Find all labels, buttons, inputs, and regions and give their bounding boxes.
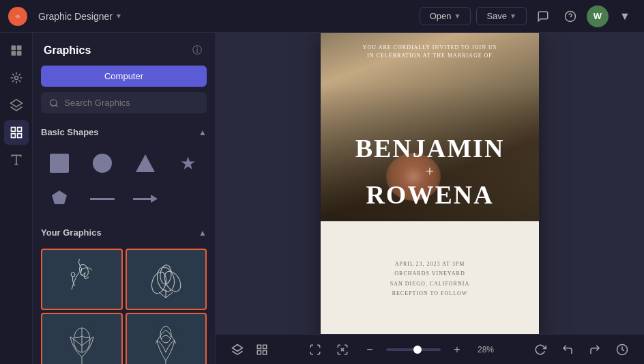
card-bottom: APRIL 23, 2023 AT 3PM ORCHARDS VINEYARD … (321, 221, 539, 335)
graphic-svg-1 (58, 255, 106, 303)
your-graphics-toggle: ▲ (199, 228, 207, 238)
arrow-shape (133, 195, 158, 203)
shape-pentagon-item[interactable] (41, 184, 78, 214)
arrow-head (151, 195, 158, 203)
canvas-area[interactable]: YOU ARE CORDIALLY INVITED TO JOIN US IN … (216, 33, 644, 334)
invitation-card: YOU ARE CORDIALLY INVITED TO JOIN US IN … (321, 33, 539, 334)
shape-triangle-item[interactable] (127, 148, 164, 178)
graphic-item-1[interactable] (41, 249, 123, 310)
user-menu-button[interactable]: ▼ (614, 5, 636, 27)
svg-rect-3 (11, 46, 16, 51)
basic-shapes-toggle: ▲ (199, 128, 207, 137)
search-bar[interactable] (41, 92, 207, 113)
svg-rect-5 (11, 51, 16, 56)
topbar: Graphic Designer ▼ Open ▼ Save ▼ W (0, 0, 644, 33)
search-input[interactable] (64, 98, 199, 108)
app-name-chevron: ▼ (115, 12, 122, 20)
graphic-svg-2 (142, 255, 190, 303)
zoom-plus-icon: + (454, 344, 460, 356)
app-logo[interactable] (8, 7, 27, 26)
info-button[interactable]: ⓘ (190, 44, 204, 57)
toolbar-center: − + 28% (304, 339, 498, 361)
detail-date: APRIL 23, 2023 AT 3PM (390, 260, 469, 269)
zoom-minus-button[interactable]: − (359, 339, 381, 361)
avatar-initial: W (594, 11, 602, 21)
graphics-grid (41, 243, 207, 364)
app-name-button[interactable]: Graphic Designer ▼ (33, 8, 128, 25)
card-photo: YOU ARE CORDIALLY INVITED TO JOIN US IN … (321, 33, 539, 221)
history-button[interactable] (611, 339, 633, 361)
app-name-label: Graphic Designer (38, 11, 113, 22)
open-button[interactable]: Open ▼ (420, 7, 471, 25)
templates-icon-button[interactable] (4, 38, 29, 63)
fit-screen-button[interactable] (332, 339, 353, 361)
basic-shapes-section-header[interactable]: Basic Shapes ▲ (41, 122, 207, 143)
arrow-line (133, 198, 151, 200)
svg-rect-10 (17, 128, 21, 132)
shape-circle-item[interactable] (84, 148, 121, 178)
computer-button[interactable]: Computer (41, 66, 207, 87)
icon-bar (0, 33, 33, 364)
user-avatar[interactable]: W (587, 5, 609, 27)
search-icon (49, 98, 59, 108)
sidebar: Graphics ⓘ Computer Basic Shapes ▲ (33, 33, 216, 364)
redo-button[interactable] (584, 339, 606, 361)
svg-line-16 (56, 104, 58, 107)
main-layout: Graphics ⓘ Computer Basic Shapes ▲ (0, 33, 644, 364)
graphics-icon-button[interactable] (4, 120, 29, 145)
detail-venue: ORCHARDS VINEYARD (390, 269, 469, 279)
toolbar-right (529, 339, 633, 361)
open-chevron: ▼ (454, 12, 461, 20)
shape-arrow-item[interactable] (127, 184, 164, 214)
square-shape (50, 154, 69, 173)
layers-icon-button[interactable] (4, 93, 29, 117)
pentagon-shape (50, 189, 69, 208)
graphic-item-4[interactable] (126, 313, 207, 364)
your-graphics-section-header[interactable]: Your Graphics ▲ (41, 222, 207, 243)
star-shape: ★ (180, 154, 196, 172)
bottom-toolbar: − + 28% (216, 334, 644, 364)
text-icon-button[interactable] (4, 148, 29, 172)
svg-rect-31 (263, 350, 267, 354)
sidebar-title: Graphics (44, 44, 91, 57)
sidebar-content: Basic Shapes ▲ ★ (33, 122, 215, 364)
chat-icon-button[interactable] (532, 5, 554, 27)
help-icon-button[interactable] (559, 5, 581, 27)
graphic-item-3[interactable] (41, 313, 123, 364)
card-details: APRIL 23, 2023 AT 3PM ORCHARDS VINEYARD … (390, 260, 469, 299)
your-graphics-label: Your Graphics (41, 227, 102, 238)
basic-shapes-label: Basic Shapes (41, 127, 99, 137)
graphic-item-2[interactable] (126, 249, 207, 310)
zoom-thumb (413, 346, 422, 354)
elements-icon-button[interactable] (4, 66, 29, 90)
svg-point-7 (14, 76, 18, 80)
invitation-line1: YOU ARE CORDIALLY INVITED TO JOIN US (321, 44, 539, 53)
svg-rect-29 (257, 345, 261, 348)
svg-rect-30 (263, 345, 267, 348)
svg-marker-8 (10, 100, 22, 107)
zoom-slider[interactable] (386, 348, 441, 351)
grid-toolbar-button[interactable] (251, 339, 273, 361)
user-menu-chevron: ▼ (619, 10, 630, 23)
refresh-button[interactable] (529, 339, 551, 361)
svg-point-15 (50, 99, 57, 105)
card-names: BENJAMIN + ROWENA (321, 135, 539, 208)
shape-square-item[interactable] (41, 148, 78, 178)
line-shape (90, 198, 115, 200)
svg-point-25 (160, 326, 171, 343)
undo-button[interactable] (557, 339, 579, 361)
shape-line-item[interactable] (84, 184, 121, 214)
layers-toolbar-button[interactable] (226, 339, 248, 361)
save-chevron: ▼ (510, 12, 516, 20)
triangle-shape (136, 154, 155, 172)
toolbar-left (226, 339, 273, 361)
shapes-grid: ★ (41, 143, 207, 222)
detail-location: SAN DIEGO, CALIFORNIA (390, 279, 469, 289)
graphic-svg-4 (142, 320, 190, 364)
zoom-plus-button[interactable]: + (446, 339, 468, 361)
save-button[interactable]: Save ▼ (476, 7, 527, 25)
fullscreen-button[interactable] (304, 339, 326, 361)
shape-star-item[interactable]: ★ (169, 148, 207, 178)
detail-reception: RECEPTION TO FOLLOW (390, 289, 469, 298)
svg-rect-32 (257, 350, 261, 354)
